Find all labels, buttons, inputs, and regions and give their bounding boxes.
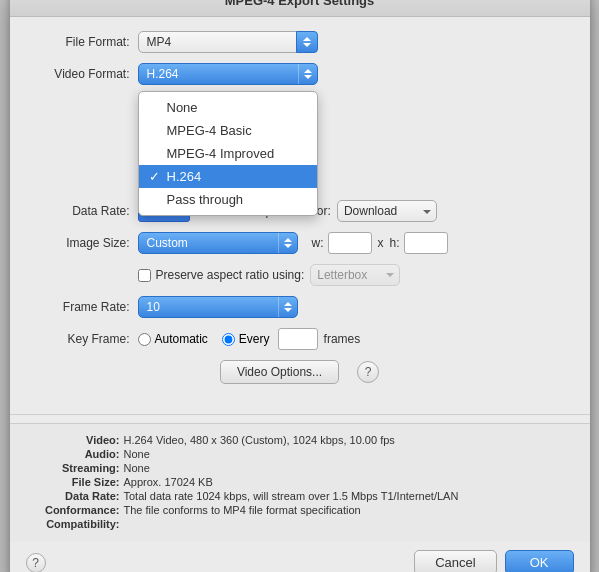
frame-rate-arrow[interactable] [278,297,297,317]
frames-label: frames [324,332,361,346]
optimized-arrow [418,209,436,214]
dropdown-item-mpeg4-basic[interactable]: MPEG-4 Basic [139,119,317,142]
dialog: MPEG-4 Export Settings File Format: MP4 … [10,0,590,572]
dropdown-item-none[interactable]: None [139,96,317,119]
info-datarate-value: Total data rate 1024 kbps, will stream o… [124,490,570,502]
info-audio-row: Audio: None [30,448,570,460]
info-compatibility-value [124,518,570,530]
frame-rate-label: Frame Rate: [30,300,130,314]
info-datarate-row: Data Rate: Total data rate 1024 kbps, wi… [30,490,570,502]
preserve-row: Preserve aspect ratio using: Letterbox [30,264,570,286]
automatic-radio[interactable] [138,333,151,346]
bottom-buttons: Cancel OK [414,550,573,572]
w-label: w: [312,236,324,250]
video-options-row: Video Options... ? [30,360,570,384]
cancel-button[interactable]: Cancel [414,550,496,572]
content-area: File Format: MP4 Video Format: H.264 [10,17,590,406]
key-frame-row: Key Frame: Automatic Every 24 frames [30,328,570,350]
video-format-row: Video Format: H.264 None MPEG-4 Basic MP… [30,63,570,85]
optimized-for-select[interactable]: Download [337,200,437,222]
frame-rate-value: 10 [139,300,278,314]
x-separator: x [378,236,384,250]
key-frame-label: Key Frame: [30,332,130,346]
preserve-label: Preserve aspect ratio using: [156,268,305,282]
info-filesize-value: Approx. 17024 KB [124,476,570,488]
video-format-value: H.264 [139,67,298,81]
dialog-title: MPEG-4 Export Settings [225,0,375,8]
image-size-select[interactable]: Custom [138,232,298,254]
dropdown-item-pass-through[interactable]: Pass through [139,188,317,211]
bottom-bar: ? Cancel OK [10,542,590,572]
info-streaming-row: Streaming: None [30,462,570,474]
info-compatibility-row: Compatibility: [30,518,570,530]
info-streaming-value: None [124,462,570,474]
letterbox-value: Letterbox [311,268,381,282]
dropdown-item-mpeg4-improved[interactable]: MPEG-4 Improved [139,142,317,165]
info-filesize-row: File Size: Approx. 17024 KB [30,476,570,488]
file-format-select-wrap: MP4 [138,31,318,53]
every-label: Every [239,332,270,346]
automatic-label: Automatic [155,332,208,346]
video-format-label: Video Format: [30,67,130,81]
info-audio-value: None [124,448,570,460]
video-format-select[interactable]: H.264 [138,63,318,85]
optimized-value: Download [338,204,418,218]
info-compatibility-label: Compatibility: [30,518,120,530]
help-button[interactable]: ? [26,553,46,573]
image-size-value: Custom [139,236,278,250]
every-radio-label[interactable]: Every [222,332,270,346]
frames-input[interactable]: 24 [278,328,318,350]
section-separator [10,414,590,415]
file-format-label: File Format: [30,35,130,49]
width-input[interactable]: 480 [328,232,372,254]
height-input[interactable]: 360 [404,232,448,254]
image-size-arrow[interactable] [278,233,297,253]
image-size-row: Image Size: Custom w: 480 x h: 360 [30,232,570,254]
h-label: h: [390,236,400,250]
info-video-value: H.264 Video, 480 x 360 (Custom), 1024 kb… [124,434,570,446]
file-format-select[interactable]: MP4 [138,31,318,53]
video-format-dropdown-arrow[interactable] [298,64,317,84]
info-filesize-label: File Size: [30,476,120,488]
data-rate-label: Data Rate: [30,204,130,218]
automatic-radio-label[interactable]: Automatic [138,332,208,346]
video-format-dropdown: None MPEG-4 Basic MPEG-4 Improved H.264 … [138,91,318,216]
frame-rate-row: Frame Rate: 10 [30,296,570,318]
question-button[interactable]: ? [357,361,379,383]
info-streaming-label: Streaming: [30,462,120,474]
preserve-checkbox[interactable] [138,269,151,282]
file-format-row: File Format: MP4 [30,31,570,53]
info-datarate-label: Data Rate: [30,490,120,502]
info-conformance-value: The file conforms to MP4 file format spe… [124,504,570,516]
info-conformance-label: Conformance: [30,504,120,516]
info-audio-label: Audio: [30,448,120,460]
ok-button[interactable]: OK [505,550,574,572]
image-size-label: Image Size: [30,236,130,250]
video-options-button[interactable]: Video Options... [220,360,339,384]
title-bar: MPEG-4 Export Settings [10,0,590,17]
letterbox-arrow [381,273,399,277]
every-radio[interactable] [222,333,235,346]
letterbox-select[interactable]: Letterbox [310,264,400,286]
frame-rate-select[interactable]: 10 [138,296,298,318]
info-conformance-row: Conformance: The file conforms to MP4 fi… [30,504,570,516]
info-video-label: Video: [30,434,120,446]
dropdown-item-h264[interactable]: H.264 [139,165,317,188]
info-section: Video: H.264 Video, 480 x 360 (Custom), … [10,423,590,542]
info-video-row: Video: H.264 Video, 480 x 360 (Custom), … [30,434,570,446]
